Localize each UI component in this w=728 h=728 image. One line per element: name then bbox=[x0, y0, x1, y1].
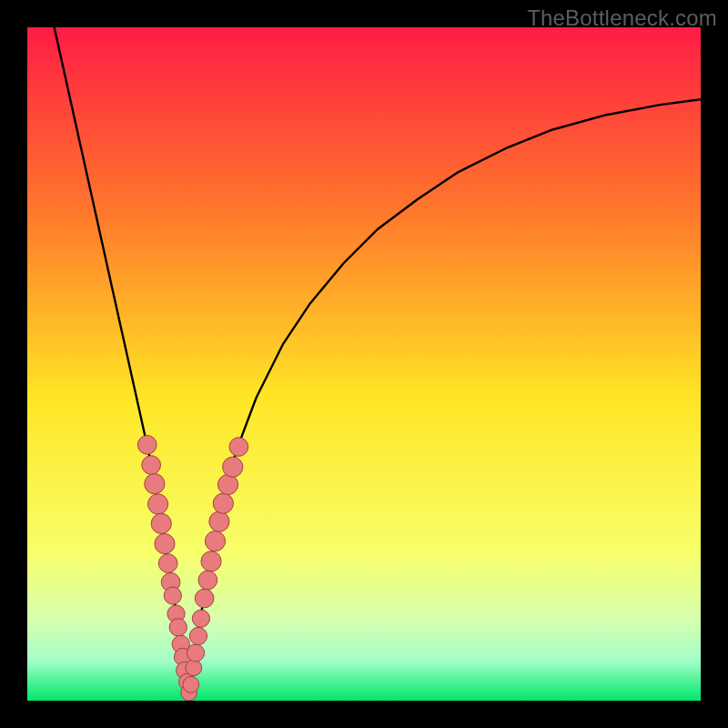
data-dot bbox=[147, 494, 167, 514]
data-dot bbox=[169, 619, 187, 636]
data-dot bbox=[201, 551, 221, 571]
outer-frame: TheBottleneck.com bbox=[0, 0, 728, 728]
data-dot bbox=[158, 554, 177, 573]
data-dot bbox=[198, 571, 217, 590]
data-dot bbox=[183, 676, 199, 693]
data-dot bbox=[187, 644, 204, 662]
chart-svg bbox=[27, 27, 701, 701]
data-dot bbox=[189, 627, 207, 644]
data-dot bbox=[229, 438, 248, 457]
data-dot bbox=[151, 513, 171, 533]
data-dot bbox=[142, 456, 161, 475]
plot-area bbox=[27, 27, 701, 701]
data-dot bbox=[205, 531, 225, 551]
data-dot bbox=[137, 435, 157, 454]
data-dot bbox=[195, 589, 214, 608]
data-dot bbox=[223, 457, 243, 477]
data-dot bbox=[186, 660, 202, 676]
data-dot bbox=[145, 474, 165, 494]
data-dot bbox=[155, 533, 175, 553]
data-dot bbox=[217, 474, 238, 494]
data-dot bbox=[164, 587, 181, 604]
data-dot bbox=[192, 610, 209, 627]
data-dot bbox=[213, 493, 233, 513]
data-dot bbox=[209, 511, 229, 531]
